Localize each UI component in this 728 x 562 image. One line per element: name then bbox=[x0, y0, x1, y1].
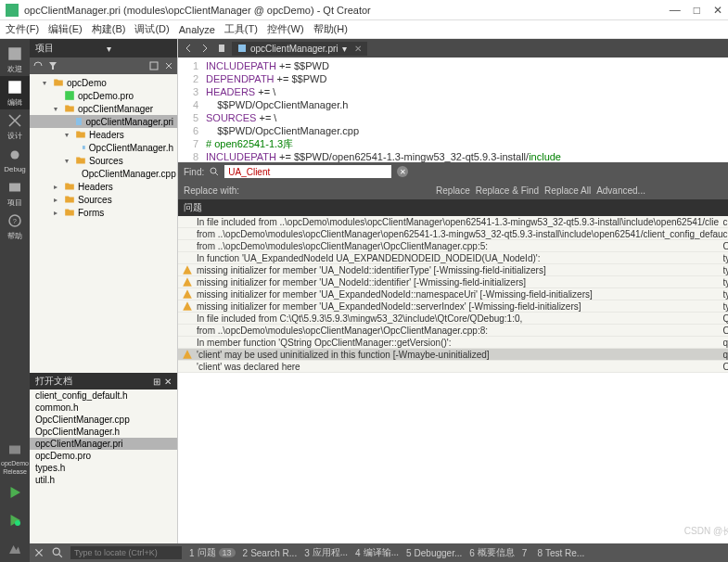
find-input[interactable] bbox=[224, 165, 391, 178]
tree-node[interactable]: ▸Forms bbox=[30, 206, 177, 219]
run-button[interactable] bbox=[5, 482, 25, 503]
menu-tools[interactable]: 工具(T) bbox=[224, 22, 258, 36]
mode-design[interactable]: 设计 bbox=[0, 109, 30, 143]
menu-build[interactable]: 构建(B) bbox=[92, 22, 126, 36]
issue-row[interactable]: from ..\opcDemo\modules\opcClientManager… bbox=[178, 325, 728, 337]
replace-find-button[interactable]: Replace & Find bbox=[476, 185, 539, 196]
menu-widgets[interactable]: 控件(W) bbox=[267, 22, 304, 36]
tab-close-icon[interactable]: ✕ bbox=[354, 44, 362, 54]
mode-debug[interactable]: Debug bbox=[0, 143, 30, 176]
issue-row[interactable]: In file included from ..\opcDemo\modules… bbox=[178, 216, 728, 228]
status-item[interactable]: 3应用程... bbox=[304, 546, 348, 559]
bookmark-icon[interactable] bbox=[215, 42, 228, 55]
tree-node[interactable]: ▾opcClientManager bbox=[30, 102, 177, 115]
replace-all-button[interactable]: Replace All bbox=[544, 185, 591, 196]
issue-row[interactable]: In file included from C:\Qt\5.9.3\5.9.3\… bbox=[178, 313, 728, 325]
menu-help[interactable]: 帮助(H) bbox=[313, 22, 348, 36]
window-title: opcClientManager.pri (modules\opcClientM… bbox=[24, 5, 670, 16]
tree-node[interactable]: ▾opcDemo bbox=[30, 76, 177, 89]
issue-row[interactable]: missing initializer for member 'UA_NodeI… bbox=[178, 264, 728, 276]
search-status-icon bbox=[52, 547, 63, 558]
menu-analyze[interactable]: Analyze bbox=[179, 24, 215, 35]
minimize-button[interactable]: — bbox=[670, 4, 681, 17]
advanced-button[interactable]: Advanced... bbox=[596, 185, 645, 196]
open-doc-item[interactable]: OpcClientManager.cpp bbox=[30, 414, 177, 426]
tree-node[interactable]: ▾Headers bbox=[30, 128, 177, 141]
svg-rect-8 bbox=[83, 146, 85, 149]
open-doc-item[interactable]: opcDemo.pro bbox=[30, 450, 177, 462]
open-doc-item[interactable]: types.h bbox=[30, 462, 177, 474]
status-item[interactable]: 7 bbox=[522, 548, 530, 558]
menubar: 文件(F) 编辑(E) 构建(B) 调试(D) Analyze 工具(T) 控件… bbox=[0, 20, 728, 39]
tree-node[interactable]: OpcClientManager.cpp bbox=[30, 167, 177, 180]
maximize-button[interactable]: □ bbox=[694, 4, 700, 17]
svg-text:?: ? bbox=[13, 217, 17, 225]
status-item[interactable]: 8Test Re... bbox=[537, 548, 584, 558]
issues-title: 问题 bbox=[184, 201, 202, 214]
svg-rect-6 bbox=[65, 91, 74, 100]
svg-rect-5 bbox=[150, 62, 158, 70]
issue-row[interactable]: from ..\opcDemo\modules\opcClientManager… bbox=[178, 240, 728, 252]
open-docs-title: 打开文档 bbox=[35, 375, 72, 388]
menu-debug[interactable]: 调试(D) bbox=[134, 22, 169, 36]
qt-creator-icon bbox=[6, 4, 19, 17]
status-item[interactable]: 5Debugger... bbox=[406, 548, 462, 558]
locator-input[interactable]: Type to locate (Ctrl+K) bbox=[70, 546, 182, 559]
close-button[interactable]: ✕ bbox=[713, 4, 722, 17]
close-output-icon[interactable] bbox=[33, 547, 45, 558]
nav-fwd-icon[interactable] bbox=[198, 42, 211, 55]
editor-tab[interactable]: opcClientManager.pri ▾ ✕ bbox=[232, 42, 367, 56]
menu-file[interactable]: 文件(F) bbox=[6, 22, 39, 36]
mode-welcome[interactable]: 欢迎 bbox=[0, 43, 30, 76]
debug-run-button[interactable] bbox=[5, 510, 25, 530]
tree-node[interactable]: ▸Headers bbox=[30, 180, 177, 193]
open-doc-item[interactable]: common.h bbox=[30, 402, 177, 414]
tree-node[interactable]: OpcClientManager.h bbox=[30, 141, 177, 154]
svg-line-17 bbox=[58, 554, 62, 557]
tree-node[interactable]: ▸Sources bbox=[30, 193, 177, 206]
issue-row[interactable]: missing initializer for member 'UA_NodeI… bbox=[178, 276, 728, 288]
svg-rect-7 bbox=[76, 118, 82, 125]
build-button[interactable] bbox=[5, 538, 25, 558]
status-item[interactable]: 6概要信息 bbox=[469, 546, 515, 559]
issue-row[interactable]: 'client' may be used uninitialized in th… bbox=[178, 349, 728, 361]
sync-icon[interactable] bbox=[33, 61, 43, 70]
open-docs-split-icon[interactable]: ⊞ bbox=[153, 377, 160, 387]
status-item[interactable]: 4编译输... bbox=[355, 546, 399, 559]
split-icon[interactable] bbox=[149, 61, 159, 70]
issue-row[interactable]: missing initializer for member 'UA_Expan… bbox=[178, 288, 728, 300]
code-editor[interactable]: 123456789101112131415 INCLUDEPATH += $$P… bbox=[178, 57, 728, 162]
tree-node[interactable]: opcDemo.pro bbox=[30, 89, 177, 102]
replace-button[interactable]: Replace bbox=[436, 185, 470, 196]
open-doc-item[interactable]: client_config_default.h bbox=[30, 390, 177, 402]
menu-edit[interactable]: 编辑(E) bbox=[48, 22, 83, 36]
issue-row[interactable]: 'client' was declared hereOpcClientManag… bbox=[178, 361, 728, 373]
open-docs-close-icon[interactable]: ✕ bbox=[164, 377, 172, 387]
clear-find-icon[interactable]: ✕ bbox=[397, 166, 408, 177]
tree-node[interactable]: ▾Sources bbox=[30, 154, 177, 167]
issue-row[interactable]: from ..\opcDemo\modules\opcClientManager… bbox=[178, 228, 728, 240]
status-item[interactable]: 2Search R... bbox=[243, 548, 298, 558]
filter-icon[interactable] bbox=[48, 61, 57, 70]
status-item[interactable]: 1问题13 bbox=[189, 546, 236, 559]
issue-row[interactable]: In function 'UA_ExpandedNodeId UA_EXPAND… bbox=[178, 252, 728, 264]
statusbar: Type to locate (Ctrl+K) 1问题132Search R..… bbox=[30, 543, 728, 562]
tree-node[interactable]: opcClientManager.pri bbox=[30, 115, 177, 128]
mode-projects[interactable]: 项目 bbox=[0, 176, 30, 210]
mode-help[interactable]: ?帮助 bbox=[0, 210, 30, 243]
close-panel-icon[interactable] bbox=[164, 61, 173, 70]
svg-point-0 bbox=[11, 150, 19, 159]
project-panel-menu-icon[interactable]: ▾ bbox=[107, 44, 172, 54]
svg-point-4 bbox=[15, 520, 20, 526]
target-selector[interactable]: opcDemo Release bbox=[0, 438, 30, 479]
nav-back-icon[interactable] bbox=[182, 42, 195, 55]
svg-line-15 bbox=[215, 172, 218, 175]
chevron-down-icon[interactable]: ▾ bbox=[342, 44, 347, 54]
search-icon bbox=[210, 167, 219, 176]
open-doc-item[interactable]: OpcClientManager.h bbox=[30, 426, 177, 438]
issue-row[interactable]: missing initializer for member 'UA_Expan… bbox=[178, 300, 728, 313]
mode-edit[interactable]: 编辑 bbox=[0, 76, 30, 109]
issue-row[interactable]: In member function 'QString OpcClientMan… bbox=[178, 337, 728, 349]
open-doc-item[interactable]: opcClientManager.pri bbox=[30, 438, 177, 450]
open-doc-item[interactable]: util.h bbox=[30, 474, 177, 486]
